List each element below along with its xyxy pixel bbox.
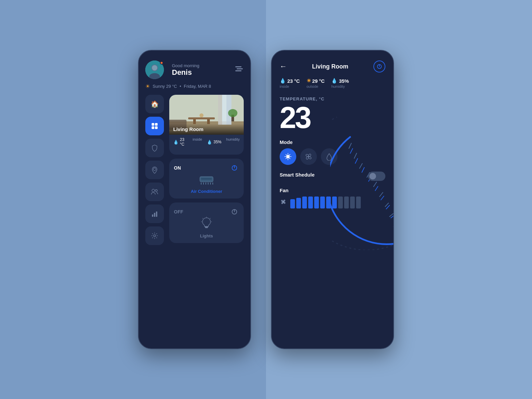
- svg-point-11: [153, 168, 156, 171]
- humidity-icon: 💧: [207, 140, 212, 145]
- ac-power-btn[interactable]: [230, 163, 239, 173]
- weather-separator: •: [180, 84, 181, 89]
- fan-bar-6: [320, 197, 325, 208]
- svg-rect-9: [152, 126, 154, 129]
- lights-power-btn[interactable]: [230, 207, 239, 216]
- svg-line-66: [362, 167, 364, 173]
- svg-rect-23: [188, 117, 215, 119]
- svg-line-64: [375, 186, 378, 191]
- svg-point-3: [152, 65, 157, 70]
- lights-status: OFF: [174, 209, 183, 214]
- greeting-text: Good morning: [172, 63, 199, 68]
- inside-temp-value: 23 °C: [287, 78, 300, 84]
- nav-grid[interactable]: [145, 117, 164, 135]
- humidity-drop-icon: 💧: [331, 78, 337, 84]
- svg-line-50: [393, 224, 394, 227]
- ac-device-icon: [199, 176, 214, 188]
- inside-label: inside: [280, 84, 300, 88]
- lights-icon-area: Lights: [174, 216, 239, 238]
- fan-bar-3: [302, 197, 307, 208]
- svg-line-52: [385, 203, 389, 207]
- outside-sun-icon: ☀: [307, 78, 311, 84]
- svg-point-12: [152, 189, 155, 192]
- device-card-lights[interactable]: OFF: [169, 202, 244, 243]
- room-stats: 💧 23 °C inside 💧 35% humidity: [169, 135, 244, 149]
- humidity-value: 35%: [339, 78, 349, 84]
- sidebar-nav: 🏠: [145, 95, 165, 338]
- ac-header: ON: [174, 163, 239, 173]
- schedule-toggle[interactable]: [368, 172, 385, 181]
- room-humidity-stat: 💧 35%: [207, 137, 221, 147]
- svg-line-53: [379, 192, 383, 197]
- outside-label: outside: [307, 84, 325, 88]
- svg-rect-8: [155, 123, 158, 126]
- svg-rect-16: [156, 211, 157, 217]
- phone1-header: Good morning Denis: [145, 61, 244, 79]
- svg-point-29: [200, 113, 203, 117]
- device-card-ac[interactable]: ON: [169, 159, 244, 199]
- svg-line-46: [210, 218, 210, 218]
- nav-security[interactable]: [145, 139, 164, 157]
- room-label-overlay: Living Room: [169, 124, 244, 135]
- room-card[interactable]: Living Room 💧 23 °C inside 💧 35%: [169, 95, 244, 155]
- weather-bar: ☀ Sunny 29 °C • Friday, MAR 8: [145, 83, 244, 89]
- back-button[interactable]: ←: [280, 62, 287, 71]
- svg-point-13: [155, 190, 157, 192]
- room-temp-value: 23 °C: [180, 137, 188, 147]
- phone-left: Good morning Denis ☀ Sunny 29 °C • Frida…: [138, 50, 251, 349]
- svg-line-68: [350, 148, 353, 154]
- svg-line-58: [349, 143, 351, 149]
- notification-dot: [160, 61, 163, 65]
- lights-name: Lights: [200, 233, 213, 238]
- fan-bar-5: [314, 197, 319, 208]
- svg-rect-21: [218, 95, 222, 125]
- svg-line-63: [381, 196, 384, 200]
- svg-rect-25: [207, 119, 210, 124]
- nav-home[interactable]: 🏠: [145, 95, 164, 113]
- weather-sun-icon: ☀: [145, 83, 150, 89]
- toggle-knob: [369, 173, 376, 180]
- svg-point-73: [283, 201, 284, 202]
- svg-line-54: [373, 182, 377, 187]
- svg-rect-24: [193, 119, 196, 124]
- svg-rect-15: [154, 213, 155, 217]
- ac-status: ON: [174, 165, 181, 171]
- nav-users[interactable]: [145, 183, 164, 201]
- inside-temp-stat: 💧 23 °C inside: [280, 78, 300, 88]
- nav-stats[interactable]: [145, 204, 164, 223]
- room-power-button[interactable]: [373, 61, 385, 72]
- svg-point-28: [228, 109, 237, 117]
- nav-settings[interactable]: [145, 226, 164, 245]
- menu-icon[interactable]: [234, 64, 244, 75]
- svg-point-17: [154, 235, 156, 237]
- inside-icon: 💧: [280, 78, 286, 84]
- outside-temp-stat: ☀ 29 °C outside: [307, 78, 325, 88]
- gauge-arc-svg: [330, 84, 394, 250]
- fan-bar-2: [296, 198, 301, 208]
- fan-icon: [280, 198, 287, 207]
- ac-name: Air Conditioner: [191, 189, 222, 194]
- svg-rect-10: [155, 126, 158, 129]
- room-image: Living Room: [169, 95, 244, 135]
- right-panel: Living Room 💧 23 °C inside 💧 35%: [169, 95, 244, 338]
- room-humidity-value: 35%: [213, 140, 221, 144]
- svg-rect-42: [205, 226, 208, 227]
- svg-point-72: [308, 156, 309, 157]
- humidity-label-small: humidity: [226, 137, 240, 147]
- thermometer-icon: 💧: [173, 140, 179, 145]
- temp-label-small: inside: [193, 137, 202, 147]
- svg-line-62: [386, 205, 390, 209]
- phone-right: ← Living Room 💧 23 °C inside ☀: [271, 50, 394, 349]
- weather-text: Sunny 29 °C: [153, 84, 177, 89]
- mode-fan-btn[interactable]: [300, 148, 317, 165]
- fan-bar-1: [290, 199, 295, 208]
- svg-line-67: [355, 158, 358, 164]
- ac-icon-area: Air Conditioner: [174, 176, 239, 194]
- svg-rect-7: [152, 123, 154, 126]
- nav-location[interactable]: [145, 161, 164, 179]
- schedule-title: Smart Shedule: [280, 172, 315, 178]
- main-content: 🏠: [145, 95, 244, 338]
- mode-cool-btn[interactable]: [280, 148, 296, 165]
- svg-line-45: [202, 218, 203, 218]
- lights-device-icon: [200, 216, 212, 232]
